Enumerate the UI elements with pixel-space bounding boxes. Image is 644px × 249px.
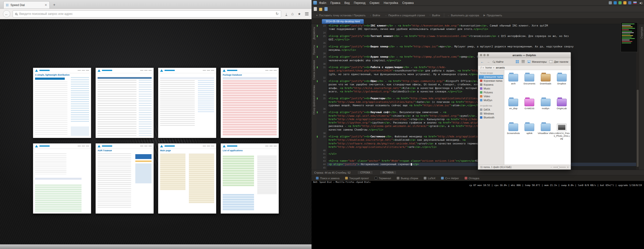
code-line[interactable]: ненужны.</p></li>: [316, 48, 636, 52]
toolview-button[interactable]: Поиск и замена: [314, 176, 342, 180]
toolview-tab-vertical[interactable]: Структура: [640, 27, 643, 38]
code-line[interactable]: 39<li><p align="justify"><b>Системное</b…: [316, 135, 636, 138]
toolview-button[interactable]: Терминал: [372, 176, 393, 180]
code-editor[interactable]: 23<li><p align="justify"><b>IRC клиент</…: [316, 24, 636, 170]
code-line[interactable]: GUI.</p></li>: [316, 38, 636, 41]
file-item[interactable]: Downloads: [538, 72, 554, 94]
menu-item[interactable]: Справка: [402, 1, 414, 4]
code-line[interactable]: href="http://kde.org/applications/utilit…: [316, 145, 636, 149]
toolview-tab-vertical[interactable]: Проекты: [313, 45, 316, 55]
volume-icon[interactable]: ◄): [639, 1, 642, 4]
breadcrumb-root[interactable]: /: [481, 66, 482, 69]
file-item[interactable]: Screenshots: [505, 122, 521, 143]
code-line[interactable]: href="http://www.kde.org/applications/ut…: [316, 100, 636, 104]
menu-item[interactable]: Сервис: [370, 1, 380, 4]
zoom-handle[interactable]: [558, 166, 560, 168]
window-close-button[interactable]: [487, 54, 489, 56]
code-line[interactable]: 34: [316, 93, 636, 97]
places-item[interactable]: Pictures: [478, 90, 504, 94]
debug-toolbar-button[interactable]: ▶ Продолжить: [481, 13, 504, 17]
places-item[interactable]: MolDyn: [478, 98, 504, 102]
window-menu-button[interactable]: [480, 54, 482, 56]
code-line[interactable]: рисовалка - <a href="http://plasma-gate.…: [316, 124, 636, 128]
home-icon[interactable]: ⌂: [291, 12, 294, 16]
debug-toolbar-button[interactable]: ● Поставить точку останова / Прервать: [314, 13, 368, 17]
tray-icon[interactable]: [628, 1, 631, 4]
find-button[interactable]: Найти: [492, 60, 503, 63]
menu-item[interactable]: Вид: [344, 1, 350, 4]
code-line[interactable]: качестве замены ChemDraw.</p></li>: [316, 128, 636, 132]
file-item[interactable]: OriginLab: [554, 97, 570, 119]
code-line[interactable]: href="http://www.cgl.ucsf.edu/chimera/">…: [316, 114, 636, 118]
code-line[interactable]: 40: [316, 149, 636, 152]
selection-mode-badge[interactable]: СТРОКА: [357, 171, 373, 174]
url-bar[interactable]: ↻: [13, 10, 281, 17]
debug-toolbar-button[interactable]: ↑ Выйти: [427, 13, 442, 17]
application-icon[interactable]: [313, 1, 317, 4]
code-line[interactable]: 28: [316, 52, 636, 55]
file-item[interactable]: GAMESS: [521, 97, 538, 119]
places-item[interactable]: Домашняя папка: [479, 75, 503, 79]
new-tab-button[interactable]: +: [51, 2, 58, 8]
file-item[interactable]: LAIBACH_Press_Photo_2011.jpg: [554, 122, 570, 143]
places-item[interactable]: Корневая папка: [478, 79, 504, 83]
file-item[interactable]: uplink: [521, 122, 538, 143]
file-item[interactable]: moldyn: [538, 97, 554, 119]
code-line[interactable]: 30: [316, 62, 636, 66]
places-item[interactable]: Video: [478, 94, 504, 98]
code-line[interactable]: 23<li><p align="justify"><b>IRC клиент</…: [316, 24, 636, 27]
toolview-button[interactable]: Отладка: [462, 176, 482, 180]
places-item[interactable]: Корзина: [478, 83, 504, 87]
file-item[interactable]: Documents: [521, 72, 538, 94]
details-view-icon[interactable]: [522, 60, 525, 63]
tray-icon[interactable]: [609, 1, 612, 4]
file-item[interactable]: arch: [505, 72, 521, 94]
tray-icon[interactable]: [614, 1, 617, 4]
split-button[interactable]: Две панели: [549, 60, 568, 63]
code-line[interactable]: суровых вещей. Немного начал осваивать с…: [316, 104, 636, 107]
code-line[interactable]: href="http://doublecmd.sourceforge.net/"…: [316, 138, 636, 142]
code-line[interactable]: 27<li><p align="justify"><b>Видео плеер<…: [316, 45, 636, 48]
code-line[interactable]: 43<h2><a name="kde" class="anchor" href=…: [316, 159, 636, 163]
toolview-button[interactable]: C++ Helper: [439, 176, 461, 180]
insert-mode-badge[interactable]: ВСТАВКА: [380, 171, 396, 174]
speed-dial-thumbnail[interactable]: A simple, lightweight distribution: [33, 68, 91, 138]
back-button[interactable]: ←: [3, 10, 10, 17]
speed-dial-thumbnail[interactable]: [158, 68, 216, 138]
code-line[interactable]: человеческий интерфейс aka simpleui.</p>…: [316, 59, 636, 62]
device-item[interactable]: Windows: [478, 112, 504, 115]
speed-dial-thumbnail[interactable]: Package Database: [220, 68, 279, 138]
toolview-tab-vertical[interactable]: Документы: [313, 27, 316, 40]
save-document-icon[interactable]: [324, 7, 328, 11]
speed-dial-thumbnail[interactable]: AUR Главная: [96, 143, 154, 214]
code-line[interactable]: 31<li><p align="justify"><b>Работа с ауд…: [316, 66, 636, 69]
code-line[interactable]: 32: [316, 76, 636, 79]
code-line[interactable]: 26: [316, 41, 636, 45]
toolview-button[interactable]: Вывод сборки: [394, 176, 420, 180]
back-arrow-icon[interactable]: ←: [480, 60, 484, 63]
open-document-icon[interactable]: [319, 8, 322, 11]
code-line[interactable]: всего. <a href="http://goldendict.org/">…: [316, 90, 636, 93]
debug-toolbar-button[interactable]: → Выполнить до курсора: [444, 13, 482, 17]
zoom-track[interactable]: [553, 167, 566, 168]
reload-icon[interactable]: ↻: [276, 12, 279, 16]
code-line[interactable]: 38: [316, 132, 636, 135]
code-line[interactable]: 42: [316, 156, 636, 159]
menu-item[interactable]: Настройка: [384, 1, 398, 4]
device-item[interactable]: DATA: [478, 108, 504, 112]
menu-hamburger-icon[interactable]: [305, 12, 308, 15]
tab-close-icon[interactable]: ✕: [44, 3, 47, 6]
document-tab-active[interactable]: 2014-05-08-my-desktop.html: [322, 19, 364, 24]
places-item[interactable]: Music: [478, 87, 504, 90]
menu-item[interactable]: Переход: [354, 1, 366, 4]
code-line[interactable]: apps.org/content/show.php?content=29024"…: [316, 69, 636, 72]
toolview-tab-vertical[interactable]: Обзор файловой системы: [313, 85, 316, 115]
mini-terminal-window[interactable]: [621, 22, 638, 52]
icons-view-icon[interactable]: [516, 60, 519, 63]
menu-item[interactable]: Правка: [330, 1, 340, 4]
code-line[interactable]: 44<p align="justify"> Нотариально завере…: [316, 163, 636, 166]
code-line[interactable]: href="http://kde.org/applications/educat…: [316, 118, 636, 121]
code-line[interactable]: 37<li><p align="justify"><b>Научный софт…: [316, 111, 636, 114]
code-line[interactable]: 33<li><p align="justify"><b>Офис</b> - <…: [316, 79, 636, 83]
code-line[interactable]: 35<li><p align="justify"><b>Редакторы</b…: [316, 97, 636, 100]
